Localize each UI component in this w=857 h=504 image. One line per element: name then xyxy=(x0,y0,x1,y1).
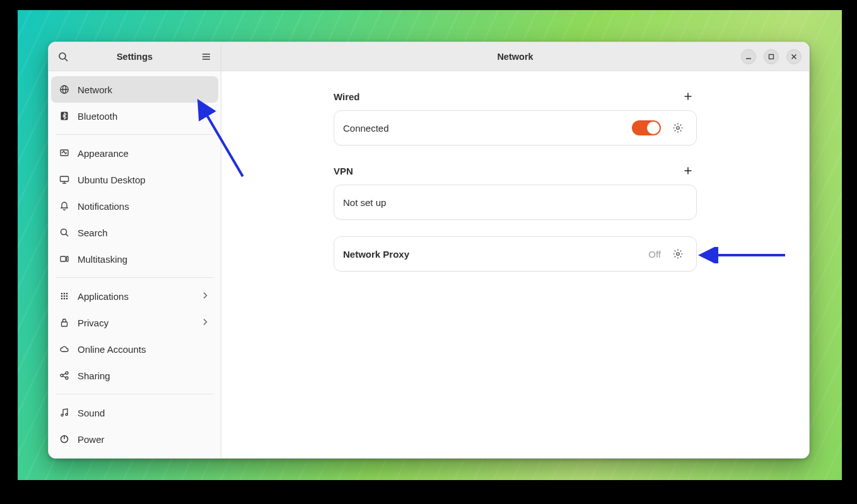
svg-point-42 xyxy=(677,127,680,130)
vpn-status-label: Not set up xyxy=(343,197,687,208)
share-icon xyxy=(59,370,70,381)
gear-icon xyxy=(672,248,684,260)
close-icon xyxy=(791,54,797,60)
search-button[interactable] xyxy=(52,46,74,67)
sidebar-item-ubuntu-desktop[interactable]: Ubuntu Desktop xyxy=(51,166,218,193)
sidebar-item-label: Search xyxy=(78,227,211,238)
sidebar-item-search[interactable]: Search xyxy=(51,219,218,246)
svg-point-0 xyxy=(59,53,66,59)
sidebar-item-sharing[interactable]: Sharing xyxy=(51,362,218,389)
sidebar-item-label: Applications xyxy=(78,291,201,302)
vpn-card: Not set up xyxy=(334,185,697,220)
sidebar-item-label: Privacy xyxy=(78,318,201,328)
chevron-right-icon xyxy=(201,291,211,301)
svg-point-27 xyxy=(61,374,63,377)
globe-icon xyxy=(59,84,70,95)
svg-line-1 xyxy=(65,59,67,61)
lock-icon xyxy=(59,317,70,328)
wired-card: Connected xyxy=(334,110,697,146)
sidebar-separator xyxy=(56,134,213,135)
sidebar-title: Settings xyxy=(74,52,195,62)
wired-add-button[interactable] xyxy=(679,88,697,105)
appearance-icon xyxy=(59,147,70,159)
content: Wired Connected xyxy=(221,71,809,458)
window-controls xyxy=(741,49,805,64)
hamburger-icon xyxy=(201,52,211,62)
wired-section-label: Wired xyxy=(334,91,679,102)
svg-point-13 xyxy=(61,229,67,235)
sidebar-item-online-accounts[interactable]: Online Accounts xyxy=(51,336,218,362)
svg-point-24 xyxy=(64,298,66,300)
minimize-button[interactable] xyxy=(741,49,756,64)
main-header: Network xyxy=(221,42,809,71)
sidebar-list: Network Bluetooth Appearance xyxy=(49,71,221,458)
svg-point-29 xyxy=(66,377,68,379)
vpn-section-header: VPN xyxy=(334,162,697,180)
vpn-section-label: VPN xyxy=(334,166,679,176)
svg-rect-26 xyxy=(62,322,67,326)
svg-line-31 xyxy=(63,376,66,377)
sidebar-item-label: Power xyxy=(78,434,211,445)
sidebar-separator xyxy=(56,277,213,278)
proxy-status: Off xyxy=(648,249,661,260)
sidebar: Settings Network Bluetooth xyxy=(49,42,221,458)
sidebar-item-bluetooth[interactable]: Bluetooth xyxy=(51,103,218,129)
close-button[interactable] xyxy=(786,49,802,64)
wired-settings-button[interactable] xyxy=(668,118,687,137)
plus-icon xyxy=(683,166,693,176)
sidebar-item-power[interactable]: Power xyxy=(51,426,218,452)
grid-icon xyxy=(59,290,70,302)
wired-toggle[interactable] xyxy=(632,120,661,135)
svg-point-45 xyxy=(677,253,680,256)
search-icon xyxy=(59,227,70,238)
page-title: Network xyxy=(221,52,809,62)
sidebar-item-label: Ubuntu Desktop xyxy=(78,175,211,185)
main-panel: Network Wired xyxy=(221,42,809,458)
maximize-button[interactable] xyxy=(764,49,779,64)
wired-section-header: Wired xyxy=(334,88,697,105)
hamburger-menu-button[interactable] xyxy=(195,46,217,67)
proxy-settings-button[interactable] xyxy=(668,244,687,263)
svg-point-21 xyxy=(64,295,66,297)
svg-rect-15 xyxy=(61,256,66,261)
gear-icon xyxy=(672,122,684,134)
svg-point-23 xyxy=(61,298,63,300)
sidebar-item-label: Online Accounts xyxy=(78,344,211,355)
sidebar-item-network[interactable]: Network xyxy=(51,76,218,103)
maximize-icon xyxy=(768,54,774,60)
cloud-icon xyxy=(59,343,70,355)
minimize-icon xyxy=(745,54,752,60)
proxy-row[interactable]: Network Proxy Off xyxy=(334,237,696,271)
vpn-row: Not set up xyxy=(334,185,696,219)
sidebar-item-notifications[interactable]: Notifications xyxy=(51,193,218,219)
sidebar-item-label: Notifications xyxy=(78,201,211,212)
svg-point-20 xyxy=(61,295,63,297)
vpn-add-button[interactable] xyxy=(679,162,697,180)
search-icon xyxy=(58,52,68,62)
svg-line-14 xyxy=(66,234,69,237)
wired-connection-row[interactable]: Connected xyxy=(334,111,696,145)
svg-point-22 xyxy=(66,295,68,297)
svg-point-25 xyxy=(66,298,68,300)
chevron-right-icon xyxy=(201,318,211,328)
multitasking-icon xyxy=(59,253,70,265)
sidebar-item-applications[interactable]: Applications xyxy=(51,283,218,309)
proxy-label: Network Proxy xyxy=(343,249,648,260)
toggle-knob xyxy=(647,122,660,134)
wired-status-label: Connected xyxy=(343,123,632,134)
bluetooth-icon xyxy=(59,110,70,122)
svg-rect-10 xyxy=(61,176,69,181)
sidebar-item-appearance[interactable]: Appearance xyxy=(51,140,218,166)
sidebar-item-label: Multitasking xyxy=(78,254,211,265)
sidebar-item-privacy[interactable]: Privacy xyxy=(51,309,218,336)
svg-point-18 xyxy=(64,293,66,295)
sidebar-separator xyxy=(56,394,213,394)
music-icon xyxy=(59,407,70,418)
svg-point-32 xyxy=(61,414,63,416)
sidebar-item-label: Appearance xyxy=(78,148,211,159)
proxy-card: Network Proxy Off xyxy=(334,236,697,272)
sidebar-item-sound[interactable]: Sound xyxy=(51,399,218,426)
power-icon xyxy=(59,433,70,445)
sidebar-item-label: Sound xyxy=(78,408,211,418)
sidebar-item-multitasking[interactable]: Multitasking xyxy=(51,246,218,272)
